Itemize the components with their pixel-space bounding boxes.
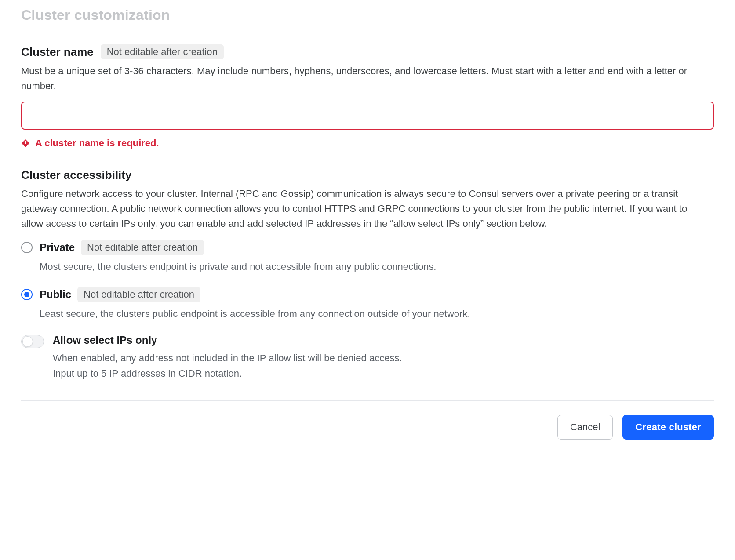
radio-icon [21,242,33,253]
cluster-name-pill: Not editable after creation [101,44,224,59]
cluster-name-input[interactable] [21,102,714,130]
svg-rect-1 [25,145,26,145]
section-cluster-name: Cluster name Not editable after creation… [21,44,714,149]
radio-icon [21,289,33,300]
cluster-name-help: Must be a unique set of 3-36 characters.… [21,64,698,94]
divider [21,400,714,401]
error-icon [21,139,30,148]
allow-ips-title: Allow select IPs only [53,334,402,346]
option-public-desc: Least secure, the clusters public endpoi… [40,306,470,321]
accessibility-label: Cluster accessibility [21,168,131,182]
radio-option-public[interactable]: Public Not editable after creation Least… [21,287,714,321]
option-private-title: Private [40,241,75,254]
page-title: Cluster customization [21,7,714,23]
section-accessibility: Cluster accessibility Configure network … [21,168,714,381]
cluster-name-label: Cluster name [21,45,94,59]
option-private-pill: Not editable after creation [81,240,204,255]
allow-ips-desc-line1: When enabled, any address not included i… [53,351,402,366]
footer-actions: Cancel Create cluster [21,415,714,440]
create-cluster-button[interactable]: Create cluster [622,415,714,440]
allow-ips-desc-line2: Input up to 5 IP addresses in CIDR notat… [53,366,402,381]
option-public-pill: Not editable after creation [77,287,200,302]
allow-ips-toggle[interactable] [21,335,44,348]
cluster-name-error: A cluster name is required. [35,138,159,149]
cancel-button[interactable]: Cancel [557,415,613,440]
accessibility-help: Configure network access to your cluster… [21,186,698,231]
option-private-desc: Most secure, the clusters endpoint is pr… [40,259,436,274]
svg-rect-0 [25,141,26,144]
radio-option-private[interactable]: Private Not editable after creation Most… [21,240,714,274]
option-public-title: Public [40,288,71,301]
toggle-knob-icon [22,336,33,347]
